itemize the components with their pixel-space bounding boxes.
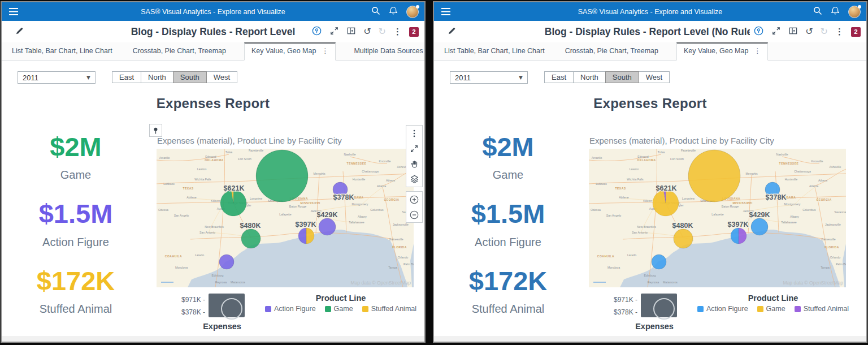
map-bubble[interactable] [220,190,246,216]
region-button[interactable]: South [173,71,207,83]
report-tab[interactable]: List Table, Bar Chart, Line Chart [442,43,547,60]
toggle-panel-icon[interactable] [788,26,798,38]
map-pin-button[interactable] [149,124,162,137]
map-place-label: Columbus [370,208,384,212]
alerts-badge[interactable]: 2 [851,27,861,37]
region-button[interactable]: North [573,71,606,83]
map-bubble[interactable] [219,255,234,269]
map-attribution: Map data © OpenStreetMap [351,280,411,286]
notifications-bell-icon[interactable] [831,6,840,18]
map-place-label: San Antonio [199,231,215,234]
tab-menu-kebab-icon[interactable]: ⋮ [322,47,328,55]
map-place-label: Chattanooga [362,170,379,173]
horizontal-scrollbar[interactable] [434,337,866,342]
map-bubble[interactable] [319,218,336,235]
kpi-label: Action Figure [39,236,113,249]
kpi-value: $1.5M [471,200,545,227]
redo-icon[interactable]: ↻ [821,27,828,36]
search-icon[interactable] [371,6,380,18]
chevron-down-icon: ▼ [86,75,90,80]
map-bubble[interactable] [298,228,314,244]
user-avatar[interactable] [406,6,419,18]
horizontal-scrollbar[interactable] [2,337,424,342]
map-bubble[interactable] [731,228,747,244]
size-legend-title: Expenses [615,322,694,331]
map-bubble[interactable] [241,229,261,248]
region-button[interactable]: East [544,71,574,83]
geo-map[interactable]: TulsaEdmondFort SmithFayettevilleLawtonW… [589,149,846,287]
maximize-icon[interactable] [329,26,339,38]
map-zoom-in-icon[interactable] [406,192,422,207]
year-dropdown[interactable]: 2011 ▼ [450,71,528,84]
map-place-label: FLORIDA [824,245,839,249]
report-state-icon[interactable] [753,25,764,38]
bubble-value-label: $480K [240,222,261,230]
report-tab[interactable]: Crosstab, Pie Chart, Treemap [131,43,228,60]
map-bubble[interactable] [256,150,308,202]
map-place-label: Laredo [195,253,204,257]
notifications-bell-icon[interactable] [389,6,398,18]
toggle-panel-icon[interactable] [346,26,356,38]
report-tab[interactable]: Crosstab, Pie Chart, Treemap [563,43,661,60]
map-bubble[interactable] [653,190,679,216]
year-dropdown[interactable]: 2011 ▼ [18,71,96,84]
kpi-value: $172K [469,267,548,295]
map-bubble[interactable] [674,229,693,248]
map-menu-kebab-icon[interactable] [406,126,422,141]
map-bubble[interactable] [751,218,768,235]
map-place-label: Monclova [607,266,620,269]
map-bubble[interactable] [652,255,666,269]
report-tab[interactable]: Key Value, Geo Map⋮ [244,42,336,61]
report-canvas: 2011 ▼ EastNorthSouthWest Expenses Repor… [2,61,424,337]
legend-swatch [325,306,331,312]
map-layers-icon[interactable] [406,171,422,187]
map-place-label: Albany [790,215,799,218]
app-title: SAS® Visual Analytics - Explore and Visu… [434,8,866,16]
maximize-icon[interactable] [771,26,781,38]
legend-swatch [757,306,763,312]
redo-icon[interactable]: ↻ [379,27,386,36]
more-options-icon[interactable]: ⋮ [835,27,844,37]
bubble-value-label: $397K [728,221,749,228]
undo-icon[interactable]: ↺ [805,27,813,36]
map-place-label: FLORIDA [392,245,407,249]
kpi-value: $2M [50,133,101,161]
report-tab[interactable]: Multiple Data Sources [351,43,425,60]
geo-map[interactable]: TulsaEdmondFort SmithFayettevilleLawtonW… [157,149,414,287]
user-avatar[interactable] [848,6,861,18]
legend-label: Stuffed Animal [804,305,849,313]
map-place-label: Lafayette [711,213,723,216]
region-button[interactable]: West [206,71,237,83]
legend-swatch [362,306,368,312]
map-place-label: Lubbock [596,182,607,186]
bubble-value-label: $621K [656,184,677,192]
region-button[interactable]: South [605,71,639,83]
kpi-label: Stuffed Animal [469,303,548,316]
map-place-label: Chattanooga [794,170,811,173]
map-place-label: Longview [682,197,695,200]
region-button[interactable]: East [112,71,141,83]
report-state-icon[interactable] [311,25,322,38]
legend-item: Stuffed Animal [795,305,849,313]
map-maximize-icon[interactable] [406,141,422,156]
report-tab[interactable]: Key Value, Geo Map⋮ [676,42,768,61]
report-tab[interactable]: List Table, Bar Chart, Line Chart [10,43,115,60]
legend-label: Action Figure [274,305,316,313]
map-pan-hand-icon[interactable] [406,156,422,171]
map-bubble[interactable] [688,150,740,202]
map-place-label: MISSISSIPPI [732,201,752,205]
region-button[interactable]: West [639,71,670,83]
map-zoom-out-icon[interactable] [406,207,422,222]
map-place-label: Columbus [802,208,816,212]
map-attribution: Map data © OpenStreetMap [783,280,844,286]
undo-icon[interactable]: ↺ [363,27,371,36]
region-button[interactable]: North [141,71,173,83]
map-place-label: Wichita Falls [194,178,211,181]
search-icon[interactable] [813,6,822,18]
more-options-icon[interactable]: ⋮ [393,27,402,37]
kpi-value: $1.5M [39,200,113,227]
alerts-badge[interactable]: 2 [409,27,419,37]
map-place-label: Baton Rouge [722,205,739,208]
tab-menu-kebab-icon[interactable]: ⋮ [754,47,761,55]
map-place-label: Killeen [643,199,652,202]
